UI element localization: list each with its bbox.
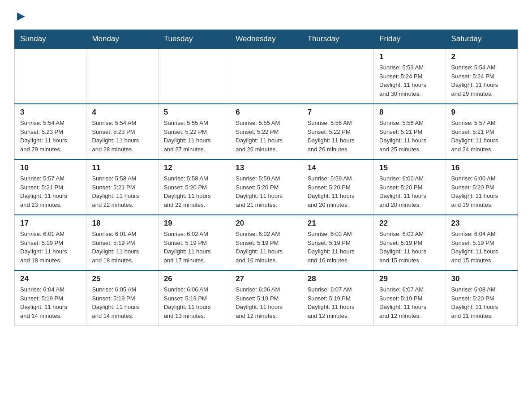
calendar-cell: 27Sunrise: 6:06 AM Sunset: 5:19 PM Dayli… [230,270,302,326]
day-info: Sunrise: 6:06 AM Sunset: 5:19 PM Dayligh… [236,285,296,320]
day-number: 3 [20,108,81,117]
week-row-3: 10Sunrise: 5:57 AM Sunset: 5:21 PM Dayli… [15,159,518,215]
calendar-cell [15,48,86,104]
weekday-header-monday: Monday [86,30,158,49]
day-info: Sunrise: 5:56 AM Sunset: 5:22 PM Dayligh… [308,119,368,154]
day-info: Sunrise: 6:02 AM Sunset: 5:19 PM Dayligh… [236,230,296,265]
calendar-cell: 4Sunrise: 5:54 AM Sunset: 5:23 PM Daylig… [86,104,158,159]
day-info: Sunrise: 5:58 AM Sunset: 5:20 PM Dayligh… [164,174,224,209]
day-info: Sunrise: 6:04 AM Sunset: 5:19 PM Dayligh… [451,230,512,265]
calendar-cell: 5Sunrise: 5:55 AM Sunset: 5:22 PM Daylig… [158,104,230,159]
calendar-cell: 25Sunrise: 6:05 AM Sunset: 5:19 PM Dayli… [86,270,158,326]
day-number: 16 [451,163,512,172]
day-info: Sunrise: 6:01 AM Sunset: 5:19 PM Dayligh… [20,230,81,265]
day-number: 10 [20,163,81,172]
calendar-cell: 17Sunrise: 6:01 AM Sunset: 5:19 PM Dayli… [15,215,86,270]
day-info: Sunrise: 5:54 AM Sunset: 5:23 PM Dayligh… [20,119,81,154]
day-info: Sunrise: 6:00 AM Sunset: 5:20 PM Dayligh… [379,174,440,209]
svg-marker-0 [17,13,25,21]
weekday-header-thursday: Thursday [302,30,373,49]
day-info: Sunrise: 6:03 AM Sunset: 5:19 PM Dayligh… [379,230,440,265]
weekday-header-tuesday: Tuesday [158,30,230,49]
day-number: 23 [451,219,512,228]
day-number: 20 [236,219,296,228]
weekday-header-saturday: Saturday [446,30,517,49]
day-number: 12 [164,163,224,172]
calendar-cell: 26Sunrise: 6:06 AM Sunset: 5:19 PM Dayli… [158,270,230,326]
day-info: Sunrise: 5:57 AM Sunset: 5:21 PM Dayligh… [451,119,512,154]
weekday-header-friday: Friday [374,30,446,49]
calendar-cell: 28Sunrise: 6:07 AM Sunset: 5:19 PM Dayli… [302,270,373,326]
day-number: 13 [236,163,296,172]
calendar-cell: 6Sunrise: 5:55 AM Sunset: 5:22 PM Daylig… [230,104,302,159]
day-info: Sunrise: 6:07 AM Sunset: 5:19 PM Dayligh… [379,285,440,320]
calendar-cell: 29Sunrise: 6:07 AM Sunset: 5:19 PM Dayli… [374,270,446,326]
day-number: 8 [379,108,440,117]
calendar-cell: 20Sunrise: 6:02 AM Sunset: 5:19 PM Dayli… [230,215,302,270]
day-number: 21 [308,219,368,228]
day-number: 28 [308,274,368,283]
day-number: 9 [451,108,512,117]
calendar-cell: 14Sunrise: 5:59 AM Sunset: 5:20 PM Dayli… [302,159,373,215]
calendar-cell: 30Sunrise: 6:08 AM Sunset: 5:20 PM Dayli… [446,270,517,326]
day-number: 5 [164,108,224,117]
calendar-cell: 3Sunrise: 5:54 AM Sunset: 5:23 PM Daylig… [15,104,86,159]
day-info: Sunrise: 5:54 AM Sunset: 5:24 PM Dayligh… [451,63,512,98]
weekday-header-row: SundayMondayTuesdayWednesdayThursdayFrid… [15,30,518,49]
day-info: Sunrise: 5:53 AM Sunset: 5:24 PM Dayligh… [379,63,440,98]
day-number: 2 [451,52,512,61]
calendar-cell: 11Sunrise: 5:58 AM Sunset: 5:21 PM Dayli… [86,159,158,215]
calendar-cell: 18Sunrise: 6:01 AM Sunset: 5:19 PM Dayli… [86,215,158,270]
day-number: 19 [164,219,224,228]
calendar-table: SundayMondayTuesdayWednesdayThursdayFrid… [14,30,518,326]
day-info: Sunrise: 6:08 AM Sunset: 5:20 PM Dayligh… [451,285,512,320]
calendar-cell [302,48,373,104]
calendar-cell: 23Sunrise: 6:04 AM Sunset: 5:19 PM Dayli… [446,215,517,270]
day-info: Sunrise: 5:54 AM Sunset: 5:23 PM Dayligh… [92,119,152,154]
calendar-cell: 12Sunrise: 5:58 AM Sunset: 5:20 PM Dayli… [158,159,230,215]
day-info: Sunrise: 5:55 AM Sunset: 5:22 PM Dayligh… [236,119,296,154]
day-info: Sunrise: 6:06 AM Sunset: 5:19 PM Dayligh… [164,285,224,320]
day-number: 27 [236,274,296,283]
week-row-4: 17Sunrise: 6:01 AM Sunset: 5:19 PM Dayli… [15,215,518,270]
day-number: 17 [20,219,81,228]
day-number: 4 [92,108,152,117]
calendar-cell: 19Sunrise: 6:02 AM Sunset: 5:19 PM Dayli… [158,215,230,270]
weekday-header-sunday: Sunday [15,30,86,49]
calendar-cell: 7Sunrise: 5:56 AM Sunset: 5:22 PM Daylig… [302,104,373,159]
calendar-cell: 10Sunrise: 5:57 AM Sunset: 5:21 PM Dayli… [15,159,86,215]
calendar-cell: 15Sunrise: 6:00 AM Sunset: 5:20 PM Dayli… [374,159,446,215]
day-info: Sunrise: 5:59 AM Sunset: 5:20 PM Dayligh… [236,174,296,209]
week-row-1: 1Sunrise: 5:53 AM Sunset: 5:24 PM Daylig… [15,48,518,104]
logo [14,11,26,21]
day-info: Sunrise: 6:03 AM Sunset: 5:19 PM Dayligh… [308,230,368,265]
day-info: Sunrise: 6:01 AM Sunset: 5:19 PM Dayligh… [92,230,152,265]
calendar-cell: 2Sunrise: 5:54 AM Sunset: 5:24 PM Daylig… [446,48,517,104]
day-number: 11 [92,163,152,172]
calendar-cell: 13Sunrise: 5:59 AM Sunset: 5:20 PM Dayli… [230,159,302,215]
calendar-cell: 21Sunrise: 6:03 AM Sunset: 5:19 PM Dayli… [302,215,373,270]
calendar-cell: 1Sunrise: 5:53 AM Sunset: 5:24 PM Daylig… [374,48,446,104]
day-info: Sunrise: 6:05 AM Sunset: 5:19 PM Dayligh… [92,285,152,320]
day-info: Sunrise: 5:57 AM Sunset: 5:21 PM Dayligh… [20,174,81,209]
calendar-cell [86,48,158,104]
day-info: Sunrise: 5:58 AM Sunset: 5:21 PM Dayligh… [92,174,152,209]
calendar-cell: 22Sunrise: 6:03 AM Sunset: 5:19 PM Dayli… [374,215,446,270]
day-number: 7 [308,108,368,117]
day-number: 15 [379,163,440,172]
week-row-5: 24Sunrise: 6:04 AM Sunset: 5:19 PM Dayli… [15,270,518,326]
page-header [14,11,518,21]
calendar-cell [230,48,302,104]
day-number: 24 [20,274,81,283]
week-row-2: 3Sunrise: 5:54 AM Sunset: 5:23 PM Daylig… [15,104,518,159]
day-info: Sunrise: 5:56 AM Sunset: 5:21 PM Dayligh… [379,119,440,154]
day-info: Sunrise: 5:59 AM Sunset: 5:20 PM Dayligh… [308,174,368,209]
day-info: Sunrise: 6:02 AM Sunset: 5:19 PM Dayligh… [164,230,224,265]
day-info: Sunrise: 5:55 AM Sunset: 5:22 PM Dayligh… [164,119,224,154]
day-info: Sunrise: 6:04 AM Sunset: 5:19 PM Dayligh… [20,285,81,320]
calendar-cell: 24Sunrise: 6:04 AM Sunset: 5:19 PM Dayli… [15,270,86,326]
day-number: 22 [379,219,440,228]
logo-flag-icon [16,12,26,21]
day-number: 6 [236,108,296,117]
calendar-cell: 16Sunrise: 6:00 AM Sunset: 5:20 PM Dayli… [446,159,517,215]
